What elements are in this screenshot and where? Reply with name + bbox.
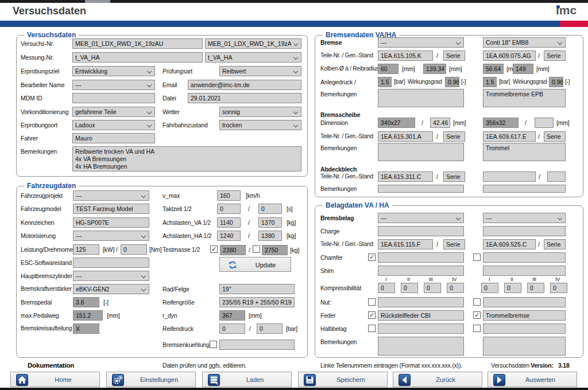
bremskraftverstaerker-combobox[interactable]: eBKV-GEN2	[73, 284, 149, 294]
fahrzeugprojekt-combobox[interactable]: ---	[73, 190, 149, 201]
abdeckblech-bemerkungen-ha-field[interactable]	[483, 185, 566, 193]
auswerten-button[interactable]: Auswerten	[488, 372, 577, 387]
abdeckblech-teile-va-field[interactable]: 1EA.615.311.C	[378, 171, 433, 182]
feder-va-checkbox[interactable]	[368, 311, 376, 319]
mdm-id-field[interactable]	[72, 93, 155, 103]
scheibe-gen-va-field[interactable]: Serie	[443, 131, 465, 142]
nut-va-checkbox[interactable]	[368, 298, 376, 306]
pruefungsart-combobox[interactable]: Reibwert	[219, 66, 301, 76]
gen-stand-va-field[interactable]: Serie	[443, 50, 465, 61]
drehmoment-field[interactable]: 0	[121, 244, 147, 255]
bemerkungen-textarea[interactable]: Reibwerte trocken VA und HA 4x VA Bremsu…	[72, 146, 301, 171]
bremse-bemerkungen-ha-textarea[interactable]: Trommelbremse EPB	[483, 89, 566, 107]
halbbelag-va-field[interactable]	[378, 323, 464, 334]
scheibe-gen-ha-field[interactable]: Serie	[544, 131, 566, 142]
kompressibilitaet-ha-field-1[interactable]: 0	[481, 283, 498, 293]
belag-teile-ha-field[interactable]: 1EA.609.525.C	[483, 239, 536, 249]
gen-stand-ha-field[interactable]: Serie	[544, 50, 566, 61]
belag-teile-va-field[interactable]: 1EA.615.115.F	[378, 239, 433, 249]
bremsenkuehlung-field[interactable]	[219, 340, 295, 350]
einstellungen-button[interactable]: Einstellungen	[106, 372, 196, 387]
esc-softwarestand-field[interactable]	[73, 258, 149, 268]
fahrzeugmodel-field[interactable]: TEST Farzeug Model	[73, 204, 149, 214]
feder-va-field[interactable]: Rückstellfeder CBI	[378, 310, 464, 321]
belag-bemerkungen-va-textarea[interactable]	[378, 337, 464, 356]
zurueck-button[interactable]: Zurück	[393, 372, 482, 387]
v-max-field[interactable]: 160	[217, 190, 241, 201]
charge-ha-field[interactable]	[483, 226, 566, 236]
scheibe-teile-va-field[interactable]: 1EA.615.301.A	[378, 131, 433, 142]
teile-nr-ha-field[interactable]: 1EA.609.075.AG	[483, 50, 536, 61]
bremse-bemerkungen-va-textarea[interactable]	[378, 89, 464, 107]
abdeckblech-bemerkungen-va-field[interactable]	[378, 185, 464, 193]
reifendruck-field-1[interactable]: 0	[219, 323, 245, 334]
abdeckblech-gen-va-field[interactable]: Serie	[443, 171, 465, 182]
testmasse-2-checkbox[interactable]	[253, 245, 260, 253]
halbbelag-ha-field[interactable]	[483, 323, 566, 334]
update-button[interactable]: Update	[219, 257, 291, 272]
hauptbremszylinder-combobox[interactable]: ---	[73, 271, 149, 281]
kompressibilitaet-ha-field-2[interactable]: 0	[504, 283, 521, 293]
achslasten-va-field-2[interactable]: 1370	[258, 217, 282, 228]
rad-felge-field[interactable]: 19"	[219, 284, 295, 294]
belag-gen-va-field[interactable]: Serie	[443, 239, 465, 249]
laden-button[interactable]: Laden	[202, 372, 292, 387]
fahrer-field[interactable]: Mauro	[72, 133, 155, 143]
taktzeit-field-1[interactable]: 0	[217, 204, 241, 214]
shim-va-field[interactable]	[378, 266, 464, 276]
abdeckblech-teile-ha-field[interactable]	[483, 171, 536, 182]
chamfer-va-field[interactable]	[378, 252, 464, 263]
achslasten-ha-field-1[interactable]: 1240	[217, 231, 241, 241]
scheibe-bemerkungen-va-textarea[interactable]	[378, 143, 464, 161]
chamfer-va-checkbox[interactable]	[368, 253, 376, 261]
bremse-ha-combobox[interactable]: Conti 18" EMB8	[483, 37, 566, 48]
kompressibilitaet-va-field-3[interactable]: 0	[424, 283, 441, 293]
kompressibilitaet-va-field-4[interactable]: 0	[447, 283, 464, 293]
nut-va-field[interactable]	[378, 297, 464, 307]
kompressibilitaet-ha-field-4[interactable]: 0	[550, 283, 567, 293]
bremsbelag-ha-combobox[interactable]: ---	[483, 213, 566, 223]
charge-va-field[interactable]	[378, 226, 464, 236]
kompressibilitaet-va-field-1[interactable]: 0	[378, 283, 395, 293]
scheibe-bemerkungen-ha-textarea[interactable]: Trommel	[483, 143, 566, 161]
nut-ha-checkbox[interactable]	[473, 298, 481, 306]
halbbelag-va-checkbox[interactable]	[368, 325, 376, 332]
chamfer-ha-field[interactable]	[483, 252, 566, 263]
erprobungsziel-combobox[interactable]: Entwicklung	[72, 66, 155, 76]
achslasten-va-field-1[interactable]: 1140	[217, 217, 241, 228]
leistung-field[interactable]: 125	[73, 244, 99, 255]
feder-ha-checkbox[interactable]	[473, 311, 481, 319]
wetter-combobox[interactable]: sonnig	[219, 107, 301, 117]
taktzeit-field-2[interactable]: 0	[258, 204, 282, 214]
bremsbelag-va-combobox[interactable]: ---	[378, 213, 464, 223]
messung-nr-combobox[interactable]: t_VA_HA	[205, 52, 301, 63]
testmasse-1-checkbox[interactable]	[210, 245, 218, 253]
messung-nr-field[interactable]: t_VA_HA	[72, 52, 203, 63]
bremse-va-combobox[interactable]: ---	[378, 37, 464, 48]
erprobungsort-combobox[interactable]: Ladoux	[72, 120, 155, 130]
nut-ha-field[interactable]	[483, 297, 566, 307]
bearbeiter-name-combobox[interactable]: ---	[72, 80, 155, 90]
belag-bemerkungen-ha-textarea[interactable]	[483, 337, 566, 356]
halbbelag-ha-checkbox[interactable]	[473, 325, 481, 332]
motorisierung-combobox[interactable]: ---	[73, 231, 149, 241]
kompressibilitaet-va-field-2[interactable]: 0	[401, 283, 418, 293]
versuchs-nr-field[interactable]: MEB_01_LDX_RWD_1K_19zAU	[72, 38, 203, 49]
abdeckblech-gen-ha-field[interactable]	[547, 171, 566, 182]
home-button[interactable]: Home	[10, 372, 100, 387]
kompressibilitaet-ha-field-3[interactable]: 0	[527, 283, 544, 293]
speichern-button[interactable]: Speichern	[298, 372, 388, 387]
dimension-va-field-2[interactable]: 42.46	[430, 118, 450, 128]
scheibe-teile-ha-field[interactable]: 1EA.609.617.E	[483, 131, 536, 142]
bremsenkuehlung-checkbox[interactable]	[210, 341, 217, 348]
versuchs-nr-combobox[interactable]: MEB_01_LDX_RWD_1K_19zAU	[205, 38, 301, 49]
reifengroesse-field[interactable]: 235/55 R19 + 255/50 R19	[219, 297, 295, 307]
email-field[interactable]: anwender@imc-tm.de	[188, 80, 301, 90]
achslasten-ha-field-2[interactable]: 1380	[258, 231, 282, 241]
chamfer-ha-checkbox[interactable]	[473, 253, 481, 261]
reifendruck-field-2[interactable]: 0	[257, 323, 283, 334]
kennzeichen-field[interactable]: HG-SP007E	[73, 217, 149, 228]
fahrbahnzustand-combobox[interactable]: trocken	[219, 120, 301, 130]
feder-ha-field[interactable]: Trommelbremse	[483, 310, 566, 321]
teile-nr-va-field[interactable]: 1EA.615.105.K	[378, 50, 433, 61]
